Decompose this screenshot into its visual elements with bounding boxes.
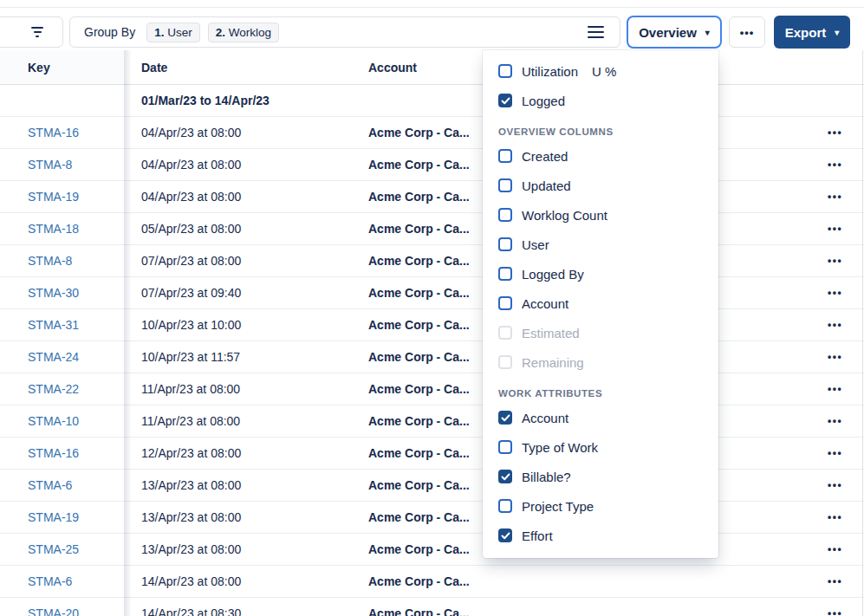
- checkbox-icon[interactable]: [498, 499, 512, 513]
- table-row: STMA-20 14/Apr/23 at 08:30 Acme Corp - C…: [0, 598, 864, 616]
- date-cell: 13/Apr/23 at 08:00: [124, 478, 351, 492]
- checkbox-item-worklog-count[interactable]: Worklog Count: [483, 200, 718, 230]
- checkbox-icon[interactable]: [498, 149, 512, 163]
- date-cell: 04/Apr/23 at 08:00: [124, 190, 351, 204]
- account-cell: Acme Corp - Ca...: [351, 574, 809, 588]
- checkbox-item-effort[interactable]: Effort: [483, 521, 718, 550]
- key-cell: STMA-8: [0, 254, 124, 268]
- chip-label: User: [167, 26, 192, 39]
- group-by-bar: Group By 1. User 2. Worklog: [69, 16, 620, 48]
- filter-icon: [31, 27, 43, 37]
- more-options-button[interactable]: •••: [729, 16, 765, 48]
- checkbox-icon[interactable]: [498, 208, 512, 222]
- checkbox-item-logged[interactable]: Logged: [483, 86, 718, 115]
- checkbox-item-updated[interactable]: Updated: [483, 171, 718, 200]
- group-by-chip-worklog[interactable]: 2. Worklog: [208, 23, 279, 42]
- checkbox-icon[interactable]: [498, 440, 512, 454]
- caret-down-icon: ▾: [705, 29, 710, 37]
- row-actions-button[interactable]: •••: [809, 191, 864, 203]
- checkbox-icon[interactable]: [498, 237, 512, 251]
- checkbox-item-created[interactable]: Created: [483, 141, 718, 171]
- row-actions-button[interactable]: •••: [809, 351, 864, 363]
- filter-button[interactable]: [0, 16, 63, 48]
- group-by-chip-user[interactable]: 1. User: [146, 23, 200, 42]
- table-row: STMA-16 04/Apr/23 at 08:00 Acme Corp - C…: [0, 117, 864, 149]
- row-actions-button[interactable]: •••: [809, 223, 864, 235]
- row-actions-button[interactable]: •••: [809, 159, 864, 171]
- date-cell: 11/Apr/23 at 08:00: [124, 382, 351, 396]
- column-header-key[interactable]: Key: [0, 50, 124, 84]
- issue-key-link[interactable]: STMA-19: [28, 510, 79, 524]
- issue-key-link[interactable]: STMA-22: [28, 382, 79, 396]
- key-cell: STMA-31: [0, 318, 124, 332]
- key-cell: STMA-20: [0, 606, 124, 616]
- issue-key-link[interactable]: STMA-6: [28, 574, 72, 588]
- row-actions-button[interactable]: •••: [809, 287, 864, 299]
- issue-key-link[interactable]: STMA-31: [28, 318, 79, 332]
- checkbox-checked-icon[interactable]: [498, 470, 512, 483]
- checkbox-item-utilization[interactable]: UtilizationU %: [483, 56, 718, 86]
- issue-key-link[interactable]: STMA-25: [28, 542, 79, 556]
- row-actions-button[interactable]: •••: [809, 126, 864, 139]
- export-button[interactable]: Export ▾: [774, 16, 850, 49]
- checkbox-item-label: Account: [522, 411, 568, 425]
- checkbox-item-logged-by[interactable]: Logged By: [483, 259, 718, 289]
- checkbox-item-user[interactable]: User: [483, 230, 718, 259]
- issue-key-link[interactable]: STMA-10: [28, 414, 79, 428]
- row-actions-button[interactable]: •••: [809, 255, 864, 267]
- overview-dropdown-button[interactable]: Overview ▾: [627, 16, 722, 49]
- row-actions-button[interactable]: •••: [809, 383, 864, 395]
- date-cell: 10/Apr/23 at 11:57: [124, 350, 351, 364]
- checkbox-item-label: Type of Work: [522, 440, 598, 455]
- row-actions-button[interactable]: •••: [809, 415, 864, 427]
- key-cell: STMA-16: [0, 126, 124, 139]
- row-actions-button[interactable]: •••: [809, 575, 864, 587]
- row-actions-button[interactable]: •••: [809, 479, 864, 491]
- table-row: STMA-22 11/Apr/23 at 08:00 Acme Corp - C…: [0, 373, 864, 405]
- issue-key-link[interactable]: STMA-16: [28, 126, 79, 139]
- checkbox-item-account[interactable]: Account: [483, 403, 718, 432]
- issue-key-link[interactable]: STMA-8: [28, 254, 72, 268]
- row-actions-button[interactable]: •••: [809, 319, 864, 331]
- checkbox-checked-icon[interactable]: [498, 528, 512, 542]
- checkbox-item-account[interactable]: Account: [483, 289, 718, 318]
- period-range-label: 01/Mar/23 to 14/Apr/23: [124, 94, 351, 107]
- caret-down-icon: ▾: [835, 29, 839, 37]
- row-actions-button[interactable]: •••: [809, 607, 864, 616]
- row-actions-button[interactable]: •••: [809, 511, 864, 523]
- issue-key-link[interactable]: STMA-20: [28, 606, 79, 616]
- checkbox-item-type-of-work[interactable]: Type of Work: [483, 432, 718, 462]
- checkbox-icon[interactable]: [498, 267, 512, 281]
- checkbox-item-billable[interactable]: Billable?: [483, 462, 718, 491]
- group-by-label: Group By: [84, 25, 135, 39]
- hamburger-menu-icon[interactable]: [586, 23, 606, 42]
- row-actions-button[interactable]: •••: [809, 543, 864, 555]
- checkbox-item-label: Remaining: [522, 355, 584, 370]
- issue-key-link[interactable]: STMA-6: [28, 478, 72, 492]
- issue-key-link[interactable]: STMA-30: [28, 286, 79, 300]
- dropdown-section-overview-columns: OVERVIEW COLUMNS: [483, 115, 718, 141]
- date-cell: 12/Apr/23 at 08:00: [124, 446, 351, 460]
- issue-key-link[interactable]: STMA-24: [28, 350, 79, 364]
- issue-key-link[interactable]: STMA-19: [28, 190, 79, 204]
- row-actions-button[interactable]: •••: [809, 447, 864, 459]
- key-cell: STMA-25: [0, 542, 124, 556]
- checkbox-item-project-type[interactable]: Project Type: [483, 491, 718, 521]
- key-cell: STMA-24: [0, 350, 124, 364]
- table-row: STMA-19 13/Apr/23 at 08:00 Acme Corp - C…: [0, 502, 864, 534]
- table-row: STMA-16 12/Apr/23 at 08:00 Acme Corp - C…: [0, 438, 864, 470]
- date-cell: 07/Apr/23 at 08:00: [124, 254, 351, 268]
- date-cell: 13/Apr/23 at 08:00: [124, 542, 351, 556]
- issue-key-link[interactable]: STMA-16: [28, 446, 79, 460]
- issue-key-link[interactable]: STMA-8: [28, 158, 72, 172]
- issue-key-link[interactable]: STMA-18: [28, 222, 79, 236]
- table-row: STMA-6 14/Apr/23 at 08:00 Acme Corp - Ca…: [0, 566, 864, 598]
- column-header-date[interactable]: Date: [124, 61, 351, 75]
- key-cell: STMA-22: [0, 382, 124, 396]
- checkbox-item-label: User: [522, 237, 549, 252]
- checkbox-checked-icon[interactable]: [498, 94, 512, 107]
- checkbox-icon[interactable]: [498, 296, 512, 310]
- checkbox-checked-icon[interactable]: [498, 411, 512, 425]
- checkbox-icon[interactable]: [498, 178, 512, 192]
- checkbox-icon[interactable]: [498, 64, 512, 78]
